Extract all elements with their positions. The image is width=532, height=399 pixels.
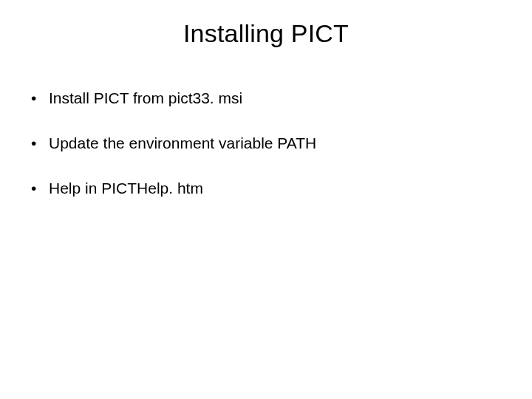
- list-item: Install PICT from pict33. msi: [28, 89, 504, 107]
- slide-title: Installing PICT: [0, 19, 532, 48]
- bullet-list: Install PICT from pict33. msi Update the…: [28, 89, 504, 198]
- list-item: Help in PICTHelp. htm: [28, 179, 504, 197]
- slide-body: Install PICT from pict33. msi Update the…: [28, 89, 504, 225]
- slide: Installing PICT Install PICT from pict33…: [0, 0, 532, 399]
- list-item: Update the environment variable PATH: [28, 134, 504, 152]
